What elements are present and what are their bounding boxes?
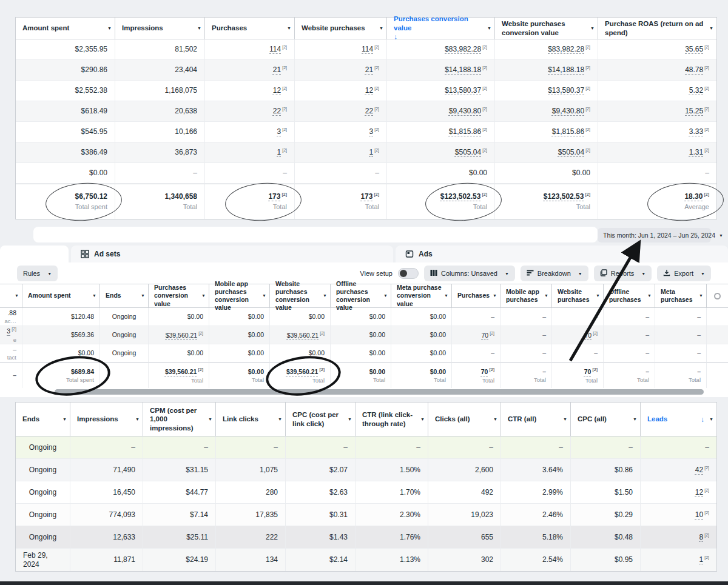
column-menu-caret-icon[interactable]: ▼	[699, 293, 703, 299]
search-filter-bar[interactable]	[33, 227, 598, 242]
column-header-cpc-all[interactable]: CPC (all)▼	[571, 403, 641, 436]
column-menu-caret-icon[interactable]: ▼	[709, 416, 713, 422]
metric-link[interactable]: 1	[369, 148, 374, 156]
column-menu-caret-icon[interactable]: ▼	[323, 293, 327, 299]
metric-link[interactable]: 5.32	[689, 86, 703, 95]
column-header-impressions[interactable]: Impressions▼	[70, 403, 143, 436]
column-header-clicks-all[interactable]: Clicks (all)▼	[428, 403, 501, 436]
column-menu-caret-icon[interactable]: ▼	[135, 416, 140, 422]
metric-link[interactable]: $83,982.28	[445, 45, 481, 53]
table-row[interactable]: Ongoing16,450$44.77280$2.631.70%4922.99%…	[16, 481, 716, 504]
metric-link[interactable]: 3	[277, 127, 281, 136]
metric-link[interactable]: $39,560.21	[286, 368, 318, 375]
tab-ads[interactable]: Ads	[396, 246, 728, 262]
metric-link[interactable]: $39,560.21	[287, 332, 319, 339]
column-header-purchases[interactable]: Purchases▼	[452, 284, 500, 307]
table-row[interactable]: Ongoing12,633$25.11222$1.431.76%6555.18%…	[16, 526, 716, 549]
column-menu-caret-icon[interactable]: ▼	[208, 416, 212, 422]
column-menu-caret-icon[interactable]: ▼	[709, 25, 713, 31]
column-header-ends[interactable]: Ends▼	[100, 284, 149, 307]
column-header-meta-purchases[interactable]: Meta purchases▼	[655, 284, 707, 307]
column-header-leads[interactable]: Leads↓▼	[641, 403, 716, 436]
column-header-website-purchases-conversion-value[interactable]: Website purchases conversion value▼	[495, 18, 598, 39]
table-row[interactable]: $545.9510,1663[2]3[2]$1,815.86[2]$1,815.…	[16, 122, 716, 142]
metric-link[interactable]: 1	[277, 148, 281, 156]
column-menu-caret-icon[interactable]: ▼	[647, 293, 652, 299]
metric-link[interactable]: 22	[365, 107, 373, 115]
column-header-blank[interactable]: ▼	[0, 284, 22, 307]
metric-link[interactable]: 3	[369, 127, 374, 136]
column-header-blank[interactable]	[707, 284, 728, 307]
table-row[interactable]: Ongoing774,093$7.1417,835$0.312.30%19,02…	[16, 504, 716, 526]
metric-link[interactable]: $39,560.21	[166, 332, 198, 339]
table-row[interactable]: 3[2]e$569.36Ongoing$39,560.21[2]$0.00$39…	[0, 326, 728, 344]
metric-link[interactable]: $123,502.53	[544, 192, 584, 201]
column-header-website-purchases[interactable]: Website purchases▼	[295, 18, 387, 39]
column-menu-caret-icon[interactable]: ▼	[633, 416, 637, 422]
column-menu-caret-icon[interactable]: ▼	[107, 25, 112, 31]
scrollbar-thumb[interactable]	[55, 389, 704, 395]
metric-link[interactable]: 1.31	[689, 148, 703, 156]
column-header-website-purchases-conversion-value[interactable]: Website purchases conversion value▼	[270, 284, 331, 307]
table-row[interactable]: $618.4920,63822[2]22[2]$9,430.80[2]$9,43…	[16, 101, 716, 122]
column-menu-caret-icon[interactable]: ▼	[383, 293, 388, 299]
column-menu-caret-icon[interactable]: ▼	[62, 416, 67, 422]
tab-ad-sets[interactable]: Ad sets	[71, 246, 393, 262]
metric-link[interactable]: 35.65	[685, 45, 703, 53]
metric-link[interactable]: $83,982.28	[548, 45, 584, 53]
metric-link[interactable]: $13,580.37	[445, 86, 481, 95]
table-row[interactable]: $386.4936,8731[2]1[2]$505.04[2]$505.04[2…	[16, 142, 716, 163]
columns-button[interactable]: Columns: Unsaved ▼	[424, 266, 515, 281]
column-menu-caret-icon[interactable]: ▼	[278, 416, 282, 422]
table-row[interactable]: Feb 29, 202411,871$24.19134$2.141.13%302…	[16, 549, 716, 571]
table-row[interactable]: –tact$0.00Ongoing$0.00$0.00$0.00$0.00$0.…	[0, 344, 728, 363]
column-header-mobile-app-purchases-conversion-value[interactable]: Mobile app purchases conversion value▼	[209, 284, 270, 307]
rules-button[interactable]: Rules ▼	[17, 266, 58, 281]
column-header-purchases-conversion-value[interactable]: Purchases conversion value▼	[149, 284, 209, 307]
metric-link[interactable]: 173	[268, 192, 280, 201]
column-menu-caret-icon[interactable]: ▼	[487, 25, 491, 31]
metric-link[interactable]: 18.30	[684, 192, 703, 201]
metric-link[interactable]: 12	[365, 86, 373, 95]
column-header-mobile-app-purchases[interactable]: Mobile app purchases▼	[500, 284, 552, 307]
column-header-ctr-all[interactable]: CTR (all)▼	[501, 403, 571, 436]
column-header-amount-spent[interactable]: Amount spent▼	[16, 18, 115, 39]
column-header-purchases[interactable]: Purchases▼	[205, 18, 295, 39]
column-menu-caret-icon[interactable]: ▼	[92, 293, 96, 299]
column-menu-caret-icon[interactable]: ▼	[201, 293, 206, 299]
table-row[interactable]: Ongoing–––––––––	[16, 436, 716, 459]
metric-link[interactable]: 114	[269, 45, 281, 53]
metric-link[interactable]: $9,430.80	[449, 107, 481, 115]
column-menu-caret-icon[interactable]: ▼	[563, 416, 567, 422]
reports-button[interactable]: Reports ▼	[594, 266, 652, 281]
column-menu-caret-icon[interactable]: ▼	[493, 416, 497, 422]
breakdown-button[interactable]: Breakdown ▼	[521, 266, 588, 281]
column-header-impressions[interactable]: Impressions▼	[115, 18, 205, 39]
metric-link[interactable]: $14,188.18	[445, 65, 481, 74]
column-header-cpc-cost-per-link-click[interactable]: CPC (cost per link click)▼	[286, 403, 356, 436]
metric-link[interactable]: $505.04	[455, 148, 481, 156]
column-menu-caret-icon[interactable]: ▼	[15, 293, 19, 299]
metric-link[interactable]: 10	[695, 510, 703, 519]
metric-link[interactable]: 70	[584, 368, 592, 375]
tab-campaigns-partial[interactable]	[0, 246, 69, 262]
metric-link[interactable]: $39,560.21	[165, 368, 197, 375]
table-row[interactable]: $2,355.9581,502114[2]114[2]$83,982.28[2]…	[16, 39, 716, 60]
metric-link[interactable]: 12	[273, 86, 281, 95]
column-menu-caret-icon[interactable]: ▼	[348, 416, 352, 422]
metric-link[interactable]: $123,502.53	[440, 192, 481, 201]
column-header-cpm-cost-per-1-000-impressions[interactable]: CPM (cost per 1,000 impressions)▼	[143, 403, 216, 436]
table-row[interactable]: $2,552.381,168,07512[2]12[2]$13,580.37[2…	[16, 81, 716, 101]
metric-link[interactable]: $13,580.37	[548, 86, 584, 95]
metric-link[interactable]: 3	[7, 327, 10, 335]
table-row[interactable]: $0.00–––$0.00$0.00–	[16, 163, 716, 184]
table-row[interactable]: $290.8623,40421[2]21[2]$14,188.18[2]$14,…	[16, 60, 716, 81]
metric-link[interactable]: 1	[699, 555, 704, 564]
column-menu-caret-icon[interactable]: ▼	[590, 25, 595, 31]
table-row[interactable]: .88ac…$120.48Ongoing$0.00$0.00$0.00$0.00…	[0, 308, 728, 326]
metric-link[interactable]: 15.25	[685, 107, 703, 115]
column-header-meta-purchase-conversion-value[interactable]: Meta purchase conversion value▼	[391, 284, 452, 307]
column-header-offline-purchases[interactable]: Offline purchases▼	[604, 284, 655, 307]
metric-link[interactable]: 21	[273, 65, 281, 74]
column-menu-caret-icon[interactable]: ▼	[444, 293, 448, 299]
